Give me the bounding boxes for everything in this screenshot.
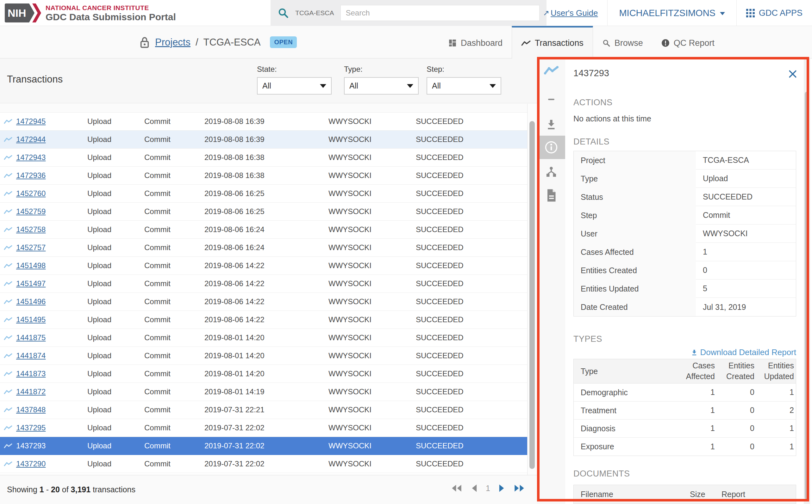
transaction-status: SUCCEEDED xyxy=(416,441,527,450)
last-page-button[interactable] xyxy=(514,483,525,493)
transaction-row[interactable]: 1441874 Upload Commit 2019-08-01 14:20 W… xyxy=(0,347,527,365)
transaction-row[interactable]: 1441875 Upload Commit 2019-08-01 14:20 W… xyxy=(0,329,527,347)
transaction-id-link[interactable]: 1441875 xyxy=(16,333,46,342)
transaction-type: Upload xyxy=(87,369,144,378)
list-scrollbar-thumb[interactable] xyxy=(529,121,535,469)
transaction-row[interactable]: 1437290 Upload Commit 2019-07-31 22:02 W… xyxy=(0,455,527,473)
download-detailed-report-link[interactable]: Download Detailed Report xyxy=(691,347,796,357)
transaction-row[interactable]: 1472943 Upload Commit 2019-08-08 16:38 W… xyxy=(0,149,527,167)
transaction-row[interactable]: 1437293 Upload Commit 2019-07-31 22:02 W… xyxy=(0,437,527,455)
transaction-row[interactable]: 1451496 Upload Commit 2019-08-06 14:22 W… xyxy=(0,293,527,311)
types-table: Type Cases Affected Entities Created Ent… xyxy=(573,359,796,456)
pager: 1 xyxy=(451,483,525,493)
first-page-button[interactable] xyxy=(451,483,462,493)
panel-scrollbar-thumb[interactable] xyxy=(805,92,809,500)
transaction-id-link[interactable]: 1472943 xyxy=(16,153,46,162)
transaction-id-link[interactable]: 1451496 xyxy=(16,297,46,306)
breadcrumb-separator: / xyxy=(195,37,198,48)
types-row-cases-affected: 1 xyxy=(677,441,717,452)
transaction-id-link[interactable]: 1437295 xyxy=(16,423,46,432)
transaction-date: 2019-08-08 16:38 xyxy=(205,153,329,162)
state-filter-select[interactable]: All xyxy=(257,77,332,95)
breadcrumb-projects-link[interactable]: Projects xyxy=(155,37,190,48)
transaction-date: 2019-08-01 14:20 xyxy=(205,351,329,360)
transaction-step: Commit xyxy=(144,459,205,468)
collapse-icon[interactable] xyxy=(537,95,565,104)
hierarchy-icon[interactable] xyxy=(537,166,565,178)
filter-type: Type: All xyxy=(344,65,420,95)
transaction-row[interactable]: 1472945 Upload Commit 2019-08-08 16:39 W… xyxy=(0,113,527,131)
transaction-id-link[interactable]: 1451495 xyxy=(16,315,46,324)
users-guide-link[interactable]: ↗ User's Guide xyxy=(533,8,607,18)
document-icon[interactable] xyxy=(537,189,565,202)
documents-heading: DOCUMENTS xyxy=(573,469,630,479)
transaction-id-link[interactable]: 1452758 xyxy=(16,225,46,234)
transaction-user: WWYSOCKI xyxy=(329,315,416,324)
detail-label: Cases Affected xyxy=(574,243,696,261)
user-menu[interactable]: MICHAELFITZSIMONS xyxy=(607,8,736,18)
transaction-id-link[interactable]: 1472944 xyxy=(16,135,46,144)
transaction-type: Upload xyxy=(87,333,144,342)
transaction-row[interactable]: 1451498 Upload Commit 2019-08-06 14:22 W… xyxy=(0,257,527,275)
transaction-id-link[interactable]: 1437848 xyxy=(16,405,46,414)
transaction-row[interactable]: 1452757 Upload Commit 2019-08-06 16:24 W… xyxy=(0,239,527,257)
details-heading: DETAILS xyxy=(573,137,610,147)
detail-value: SUCCEEDED xyxy=(696,188,796,206)
transaction-id-link[interactable]: 1437293 xyxy=(16,441,46,450)
transaction-user: WWYSOCKI xyxy=(329,207,416,216)
transaction-id-link[interactable]: 1441873 xyxy=(16,369,46,378)
tab-browse[interactable]: Browse xyxy=(593,26,652,58)
transaction-status: SUCCEEDED xyxy=(416,243,527,252)
next-page-button[interactable] xyxy=(499,483,505,493)
nih-gdc-logo[interactable]: NIH NATIONAL CANCER INSTITUTE GDC Data S… xyxy=(4,3,176,23)
transaction-id-link[interactable]: 1452757 xyxy=(16,243,46,252)
transaction-user: WWYSOCKI xyxy=(329,351,416,360)
transaction-date: 2019-07-31 22:02 xyxy=(205,459,329,468)
type-filter-select[interactable]: All xyxy=(344,77,419,95)
step-filter-select[interactable]: All xyxy=(427,77,501,95)
panel-scrollbar[interactable] xyxy=(804,58,810,504)
types-row-entities-updated: 1 xyxy=(756,441,796,452)
transaction-row[interactable]: 1441872 Upload Commit 2019-08-01 14:19 W… xyxy=(0,383,527,401)
transaction-row[interactable]: 1437848 Upload Commit 2019-07-31 22:21 W… xyxy=(0,401,527,419)
transaction-id-link[interactable]: 1452759 xyxy=(16,207,46,216)
types-row-cases-affected: 1 xyxy=(677,387,717,398)
tab-dashboard[interactable]: Dashboard xyxy=(439,26,512,58)
transaction-id-link[interactable]: 1437290 xyxy=(16,459,46,468)
previous-page-button[interactable] xyxy=(471,483,477,493)
type-filter-label: Type: xyxy=(344,65,420,74)
tab-qc-report[interactable]: QC Report xyxy=(652,26,724,58)
download-icon[interactable] xyxy=(537,119,565,131)
transaction-row[interactable]: 1437295 Upload Commit 2019-07-31 22:02 W… xyxy=(0,419,527,437)
transaction-row[interactable]: 1452758 Upload Commit 2019-08-06 16:24 W… xyxy=(0,221,527,239)
search-input[interactable] xyxy=(341,5,539,21)
detail-row: Entities Updated 5 xyxy=(574,280,796,298)
close-icon[interactable] xyxy=(789,70,797,79)
transaction-id-link[interactable]: 1441874 xyxy=(16,351,46,360)
transaction-row[interactable]: 1472936 Upload Commit 2019-08-08 16:38 W… xyxy=(0,167,527,185)
showing-to: 20 xyxy=(51,485,60,494)
transaction-date: 2019-07-31 22:02 xyxy=(205,441,329,450)
transaction-row[interactable]: 1451495 Upload Commit 2019-08-06 14:22 W… xyxy=(0,311,527,329)
transaction-date: 2019-08-06 14:22 xyxy=(205,279,329,288)
transaction-id-link[interactable]: 1472945 xyxy=(16,117,46,126)
transaction-id-link[interactable]: 1441872 xyxy=(16,387,46,396)
transactions-filter-bar: Transactions State: All Type: All Step: … xyxy=(0,58,537,103)
transaction-row[interactable]: 1441873 Upload Commit 2019-08-01 14:20 W… xyxy=(0,365,527,383)
transaction-row[interactable]: 1452759 Upload Commit 2019-08-06 16:25 W… xyxy=(0,203,527,221)
transaction-id-link[interactable]: 1472936 xyxy=(16,171,46,180)
transaction-row[interactable]: 1452760 Upload Commit 2019-08-06 16:25 W… xyxy=(0,185,527,203)
transaction-type: Upload xyxy=(87,315,144,324)
transaction-trend-icon xyxy=(4,335,12,341)
transaction-row[interactable]: 1451497 Upload Commit 2019-08-06 14:22 W… xyxy=(0,275,527,293)
info-tab-active[interactable] xyxy=(537,136,565,159)
tab-transactions[interactable]: Transactions xyxy=(512,26,593,59)
transaction-row[interactable]: 1472944 Upload Commit 2019-08-08 16:39 W… xyxy=(0,131,527,149)
transaction-id-link[interactable]: 1451497 xyxy=(16,279,46,288)
transaction-id-link[interactable]: 1451498 xyxy=(16,261,46,270)
detail-row: Cases Affected 1 xyxy=(574,243,796,261)
transaction-user: WWYSOCKI xyxy=(329,459,416,468)
list-scrollbar[interactable] xyxy=(527,104,537,475)
gdc-apps-button[interactable]: GDC APPS xyxy=(737,8,812,18)
transaction-id-link[interactable]: 1452760 xyxy=(16,189,46,198)
